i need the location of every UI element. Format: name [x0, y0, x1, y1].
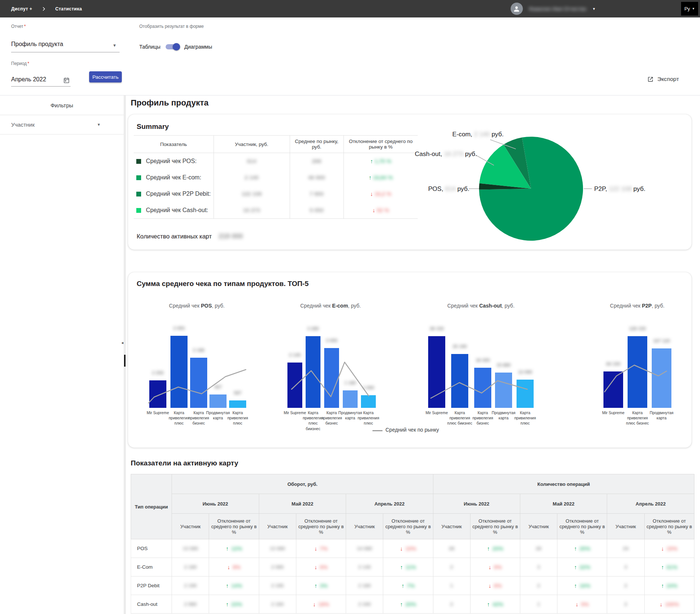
- deviation-content: ↑12%: [226, 545, 242, 552]
- metrics-sub-header: Участник: [520, 514, 557, 539]
- display-mode-label: Отобразить результат в форме: [139, 24, 204, 29]
- display-mode-toggle-row: Таблицы Диаграммы: [139, 44, 212, 50]
- period-input[interactable]: Апрель 2022: [11, 74, 71, 87]
- deviation-cell: ↑42%: [470, 595, 520, 614]
- masked-value: 2 085: [271, 564, 284, 570]
- masked-percent: 8%: [494, 583, 502, 589]
- metrics-sub-header: Отклонение от среднего по рынку в %: [296, 514, 346, 539]
- avatar[interactable]: [511, 3, 523, 15]
- breadcrumb-chevron-icon: [41, 6, 46, 12]
- deviation-content: ↑11%: [400, 564, 416, 570]
- masked-value: 14 080: [357, 546, 372, 551]
- participant-value-cell: 28: [433, 539, 470, 558]
- deviation-content: ↑22%: [574, 564, 590, 570]
- bar-value-masked: 25 190: [447, 344, 473, 349]
- bar-value-masked: 2 255: [145, 370, 171, 376]
- metrics-sub-header: Участник: [346, 514, 383, 539]
- person-icon: [513, 5, 520, 13]
- bar-value-masked: 2 186: [186, 348, 212, 353]
- participant-value-cell: 2 190: [172, 576, 209, 595]
- user-name[interactable]: Фамилия Имя Отчество: [529, 6, 586, 12]
- subtitle-prefix: Средний чек: [610, 303, 642, 309]
- masked-value: 2 980: [184, 601, 197, 607]
- metrics-month-row: Июнь 2022Май 2022Апрель 2022Июнь 2022Май…: [131, 494, 694, 514]
- bar-value-masked: 467: [205, 384, 231, 390]
- summary-col-header: Участник, руб.: [214, 136, 290, 153]
- metrics-sub-header: Отклонение от среднего по рынку в %: [383, 514, 433, 539]
- deviation-cell: ↓9%: [470, 558, 520, 576]
- masked-value: 5 050: [310, 207, 324, 213]
- top5-chart-labels: Средний чек POS, руб.2 255Mir Supreme3 0…: [128, 272, 691, 448]
- deviation-cell: ↑22%: [557, 558, 607, 576]
- summary-table-row: Средний чек E-com:2 14046 900↑ 19,84 %: [134, 169, 418, 186]
- metrics-month-header: Апрель 2022: [346, 494, 433, 514]
- subtitle-suffix: , руб.: [652, 303, 664, 309]
- legend-square-icon: [136, 192, 141, 196]
- bar-value-masked: 13 090: [512, 370, 538, 375]
- metrics-subheader-row: УчастникОтклонение от среднего по рынку …: [131, 514, 694, 539]
- arrow-up-icon: ↑: [574, 582, 577, 589]
- deviation-cell: ↑20%: [383, 595, 433, 614]
- masked-value: 24: [623, 546, 628, 551]
- arrow-up-icon: ↑: [487, 601, 490, 607]
- select-caret-icon: ▼: [113, 43, 117, 48]
- participant-value-cell: 26: [520, 539, 557, 558]
- summary-metric-label: Средний чек E-com:: [146, 174, 201, 181]
- masked-value: 3: [537, 564, 540, 570]
- masked-value: 2 195: [271, 583, 284, 588]
- deviation-cell: ↓8%: [209, 558, 259, 576]
- masked-percent: 3%: [320, 583, 328, 589]
- breadcrumb-section[interactable]: Статистика: [55, 6, 82, 12]
- user-menu-caret-icon[interactable]: ▼: [592, 7, 596, 11]
- calendar-icon[interactable]: [63, 77, 70, 84]
- masked-value: 2 140: [245, 174, 259, 181]
- arrow-up-icon: ↑: [661, 582, 664, 589]
- deviation-cell: ↓8%: [470, 576, 520, 595]
- sidebar-item-participant[interactable]: Участник ▼: [0, 115, 124, 134]
- masked-percent: 22%: [580, 564, 590, 570]
- sidebar-scroll-thumb[interactable]: [124, 355, 126, 367]
- metrics-sub-header: Отклонение от среднего по рынку в %: [644, 514, 694, 539]
- summary-table-row: Средний чек Cash-out:16 2735 050↓ 52 %: [134, 202, 418, 219]
- masked-percent: 20%: [406, 601, 416, 607]
- summary-card: Summary Показатель Участник, руб. Средне…: [128, 114, 691, 250]
- masked-percent: 19,84 %: [371, 175, 393, 181]
- deviation-content: ↑25%: [574, 545, 590, 552]
- deviation-cell: ↓100%: [644, 595, 694, 614]
- legend-line-icon: [372, 430, 382, 431]
- masked-percent: 8%: [233, 564, 241, 570]
- masked-percent: 18%: [318, 601, 329, 607]
- summary-deviation-cell: ↓ 52 %: [344, 202, 418, 219]
- language-switcher[interactable]: Ру▼: [681, 2, 698, 16]
- calculate-button[interactable]: Рассчитать: [89, 71, 122, 82]
- display-mode-switch[interactable]: [166, 44, 179, 49]
- breadcrumb-app[interactable]: Диспут +: [11, 6, 32, 12]
- deviation-cell: ↑14%: [209, 576, 259, 595]
- metrics-sub-header: Отклонение от среднего по рынку в %: [470, 514, 520, 539]
- bar-value-masked: 1 060: [355, 385, 381, 390]
- bar-category-label: Продвинутая карта: [645, 410, 679, 420]
- chart-subtitle: Средний чек E-com, руб.: [275, 303, 386, 309]
- operation-type-cell: Cash-out: [131, 595, 172, 614]
- operation-type-cell: E-Com: [131, 558, 172, 576]
- arrow-up-icon: ↑: [226, 545, 229, 552]
- masked-percent: 61%: [667, 564, 677, 570]
- export-button[interactable]: Экспорт: [647, 76, 679, 82]
- bar-value-masked: 128 150: [625, 326, 651, 331]
- metrics-group-header: Количество операций: [433, 474, 694, 494]
- masked-percent: 14%: [231, 583, 242, 589]
- masked-value: 26: [536, 546, 541, 551]
- deviation-content: ↓8%: [227, 564, 240, 570]
- participant-value-cell: 2: [433, 595, 470, 614]
- bar-value-masked: 3 093: [166, 326, 192, 331]
- participant-value-cell: 2: [607, 595, 644, 614]
- metrics-data-row: E-Com2 180↓8%2 085↓6%2 140↑11%2↓9%3↑22%3…: [131, 558, 694, 576]
- arrow-down-icon: ↓: [313, 601, 316, 607]
- sidebar-collapse-icon[interactable]: ◄: [121, 341, 124, 345]
- report-select[interactable]: Профиль продукта ▼: [11, 38, 120, 52]
- masked-value: 13 585: [183, 546, 198, 551]
- summary-metric: Средний чек E-com:: [134, 174, 213, 181]
- bar-category-label: Карта привелегия плюс: [221, 410, 255, 426]
- subtitle-suffix: , руб.: [348, 303, 361, 309]
- participant-value-cell: 2: [433, 558, 470, 576]
